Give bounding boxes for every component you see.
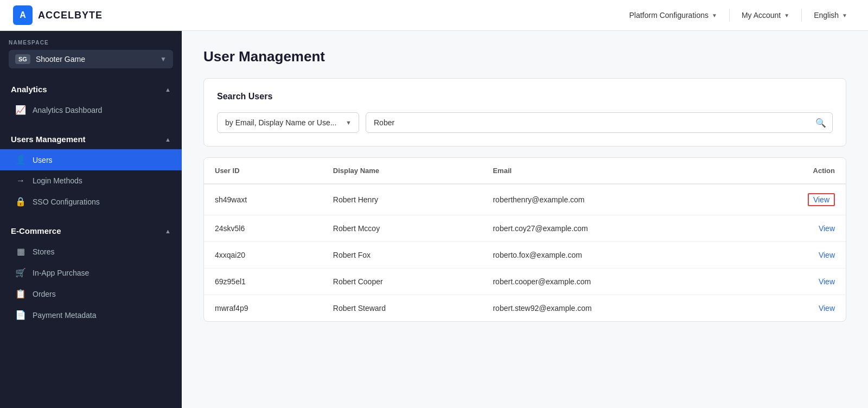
namespace-section: NAMESPACE SG Shooter Game ▼ <box>0 31 182 75</box>
cell-email: robert.cooper@example.com <box>482 269 741 295</box>
search-row: by Email, Display Name or Use... by User… <box>217 112 833 133</box>
sidebar: NAMESPACE SG Shooter Game ▼ Analytics ▲ … <box>0 31 182 408</box>
sidebar-item-login-methods[interactable]: → Login Methods <box>0 170 182 191</box>
namespace-name: Shooter Game <box>36 55 155 63</box>
sidebar-item-sso-configurations[interactable]: 🔒 SSO Configurations <box>0 191 182 212</box>
cell-email: roberto.fox@example.com <box>482 242 741 269</box>
cell-display-name: Robert Cooper <box>322 269 482 295</box>
sidebar-item-stores[interactable]: ▦ Stores <box>0 241 182 262</box>
in-app-purchase-icon: 🛒 <box>15 267 26 278</box>
namespace-label: NAMESPACE <box>9 40 173 46</box>
cell-user-id: 4xxqai20 <box>204 242 322 269</box>
table-row: sh49waxtRobert Henryroberthenry@example.… <box>204 184 846 215</box>
language-dropdown[interactable]: English ▼ <box>806 7 855 24</box>
table-row: 69z95el1Robert Cooperrobert.cooper@examp… <box>204 269 846 295</box>
main-content: User Management Search Users by Email, D… <box>182 31 868 408</box>
nav-divider-1 <box>729 9 730 22</box>
search-card: Search Users by Email, Display Name or U… <box>203 78 846 146</box>
cell-display-name: Robert Steward <box>322 295 482 322</box>
col-action: Action <box>741 158 846 184</box>
cell-display-name: Robert Henry <box>322 184 482 215</box>
cell-user-id: 69z95el1 <box>204 269 322 295</box>
view-link[interactable]: View <box>819 224 835 233</box>
sidebar-section-users-management: Users Management ▲ 👤 Users → Login Metho… <box>0 125 182 216</box>
sidebar-item-orders[interactable]: 📋 Orders <box>0 283 182 304</box>
orders-icon: 📋 <box>15 289 26 299</box>
sidebar-item-payment-metadata[interactable]: 📄 Payment Metadata <box>0 304 182 326</box>
col-display-name: Display Name <box>322 158 482 184</box>
table-row: 24skv5l6Robert Mccoyrobert.coy27@example… <box>204 215 846 242</box>
sidebar-item-analytics-dashboard[interactable]: 📈 Analytics Dashboard <box>0 99 182 120</box>
search-button[interactable]: 🔍 <box>815 118 826 128</box>
language-chevron-icon: ▼ <box>842 12 847 18</box>
sso-icon: 🔒 <box>15 196 26 207</box>
cell-action: View <box>741 184 846 215</box>
namespace-chevron-icon: ▼ <box>160 55 167 63</box>
users-management-arrow-icon: ▲ <box>165 136 171 143</box>
cell-action: View <box>741 295 846 322</box>
table-row: mwraf4p9Robert Stewardrobert.stew92@exam… <box>204 295 846 322</box>
view-link[interactable]: View <box>808 193 835 206</box>
analytics-dashboard-icon: 📈 <box>15 105 26 115</box>
cell-email: robert.coy27@example.com <box>482 215 741 242</box>
cell-user-id: 24skv5l6 <box>204 215 322 242</box>
payment-metadata-icon: 📄 <box>15 310 26 320</box>
logo-area: A ACCELBYTE <box>13 5 103 25</box>
my-account-dropdown[interactable]: My Account ▼ <box>734 7 797 24</box>
analytics-arrow-icon: ▲ <box>165 86 171 93</box>
cell-user-id: sh49waxt <box>204 184 322 215</box>
login-methods-icon: → <box>15 176 26 186</box>
col-email: Email <box>482 158 741 184</box>
users-icon: 👤 <box>15 155 26 165</box>
users-table: User ID Display Name Email Action sh49wa… <box>204 158 846 321</box>
search-type-selector: by Email, Display Name or Use... by User… <box>217 112 359 133</box>
cell-action: View <box>741 269 846 295</box>
search-card-title: Search Users <box>217 92 833 101</box>
cell-action: View <box>741 215 846 242</box>
search-type-select[interactable]: by Email, Display Name or Use... by User… <box>217 112 359 133</box>
users-management-section-header[interactable]: Users Management ▲ <box>0 129 182 149</box>
logo-text: ACCELBYTE <box>38 10 103 21</box>
logo-icon: A <box>13 5 33 25</box>
top-nav-right: Platform Configurations ▼ My Account ▼ E… <box>622 7 855 24</box>
view-link[interactable]: View <box>819 251 835 259</box>
stores-icon: ▦ <box>15 246 26 257</box>
nav-divider-2 <box>801 9 802 22</box>
ecommerce-arrow-icon: ▲ <box>165 228 171 234</box>
cell-user-id: mwraf4p9 <box>204 295 322 322</box>
view-link[interactable]: View <box>819 304 835 313</box>
platform-configurations-dropdown[interactable]: Platform Configurations ▼ <box>622 7 725 24</box>
analytics-section-header[interactable]: Analytics ▲ <box>0 79 182 99</box>
cell-display-name: Robert Fox <box>322 242 482 269</box>
cell-email: robert.stew92@example.com <box>482 295 741 322</box>
main-layout: NAMESPACE SG Shooter Game ▼ Analytics ▲ … <box>0 31 868 408</box>
table-body: sh49waxtRobert Henryroberthenry@example.… <box>204 184 846 321</box>
search-input-wrapper: 🔍 <box>366 112 833 133</box>
table-wrapper: User ID Display Name Email Action sh49wa… <box>204 158 846 321</box>
platform-config-chevron-icon: ▼ <box>712 12 717 18</box>
search-results-section: User ID Display Name Email Action sh49wa… <box>203 157 846 322</box>
table-header-row: User ID Display Name Email Action <box>204 158 846 184</box>
sidebar-item-in-app-purchase[interactable]: 🛒 In-App Purchase <box>0 262 182 283</box>
ecommerce-section-header[interactable]: E-Commerce ▲ <box>0 221 182 241</box>
sidebar-item-users[interactable]: 👤 Users <box>0 149 182 170</box>
sidebar-section-analytics: Analytics ▲ 📈 Analytics Dashboard <box>0 75 182 125</box>
search-input[interactable] <box>366 112 833 133</box>
cell-display-name: Robert Mccoy <box>322 215 482 242</box>
view-link[interactable]: View <box>819 277 835 286</box>
page-title: User Management <box>203 48 846 65</box>
namespace-badge: SG <box>15 54 30 64</box>
table-row: 4xxqai20Robert Foxroberto.fox@example.co… <box>204 242 846 269</box>
sidebar-section-ecommerce: E-Commerce ▲ ▦ Stores 🛒 In-App Purchase … <box>0 216 182 330</box>
col-user-id: User ID <box>204 158 322 184</box>
top-navigation: A ACCELBYTE Platform Configurations ▼ My… <box>0 0 868 31</box>
cell-action: View <box>741 242 846 269</box>
namespace-selector[interactable]: SG Shooter Game ▼ <box>9 50 173 68</box>
cell-email: roberthenry@example.com <box>482 184 741 215</box>
my-account-chevron-icon: ▼ <box>784 12 789 18</box>
